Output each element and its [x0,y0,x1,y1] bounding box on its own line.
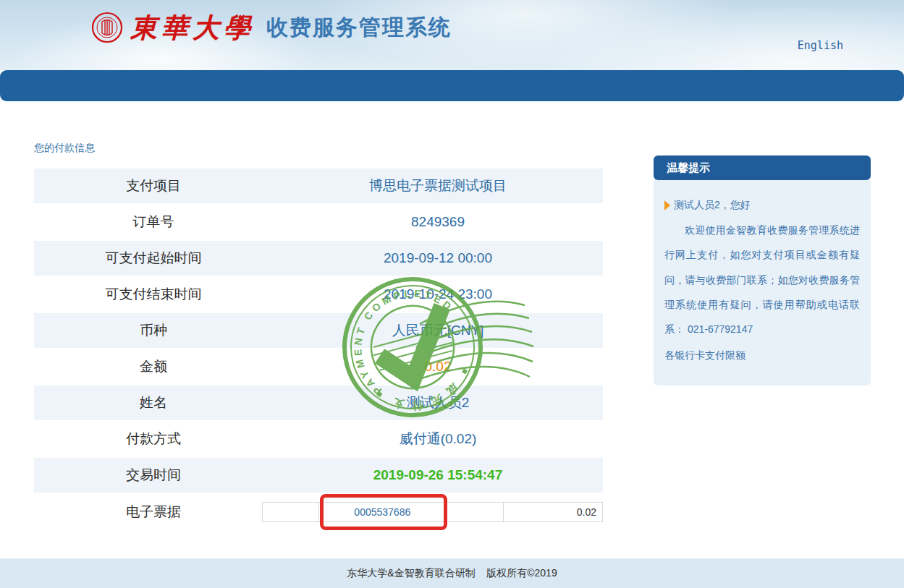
row-label: 可支付起始时间 [34,249,273,268]
row-label: 交易时间 [34,466,273,485]
row-label: 金额 [34,357,273,376]
transaction-time-value: 2019-09-26 15:54:47 [273,467,603,483]
row-label: 付款方式 [34,430,273,448]
english-language-link[interactable]: English [798,39,843,52]
tips-body: 测试人员2，您好 欢迎使用金智教育收费服务管理系统进行网上支付，如您对支付项目或… [654,180,871,385]
tips-header: 温馨提示 [654,155,871,180]
university-seal-icon [91,12,123,43]
invoice-number[interactable]: 0005537686 [319,503,447,521]
welcome-message: 欢迎使用金智教育收费服务管理系统进行网上支付，如您对支付项目或金额有疑问，请与收… [664,218,860,341]
logo-group: 東華大學 收费服务管理系统 [91,12,452,43]
table-row: 支付项目 博思电子票据测试项目 [34,169,603,205]
tips-sidebar: 温馨提示 测试人员2，您好 欢迎使用金智教育收费服务管理系统进行网上支付，如您对… [654,155,871,385]
table-row: 姓名 测试人员2 [34,385,603,422]
row-label: 支付项目 [34,176,273,195]
row-value: 人民币元[CNY] [273,321,603,340]
row-value: 威付通(0.02) [273,430,603,448]
system-title: 收费服务管理系统 [266,12,452,43]
payment-info-table: 支付项目 博思电子票据测试项目 订单号 8249369 可支付起始时间 2019… [34,169,603,530]
row-value: 博思电子票据测试项目 [273,176,603,195]
row-label: 姓名 [34,393,273,412]
row-label: 可支付结束时间 [34,285,273,304]
row-value: 2019-10-24 23:00 [273,286,603,302]
table-row: 交易时间 2019-09-26 15:54:47 [34,458,603,494]
table-row: 可支付结束时间 2019-10-24 23:00 [34,277,603,313]
payment-info-title: 您的付款信息 [34,142,95,155]
greeting-text: 测试人员2，您好 [674,199,751,212]
row-value: 2019-09-12 00:00 [273,250,603,266]
university-name: 東華大學 [130,12,255,43]
invoice-amount: 0.02 [504,503,602,521]
row-label: 电子票据 [34,503,273,521]
table-row: 付款方式 威付通(0.02) [34,422,603,458]
row-label: 币种 [34,321,273,340]
invoice-table: 0005537686 0.02 [262,502,603,522]
table-row: 金额 0.02 [34,349,603,385]
copyright-text: 东华大学&金智教育联合研制 版权所有©2019 [347,567,557,580]
main-content: 您的付款信息 支付项目 博思电子票据测试项目 订单号 8249369 可支付起始… [0,101,904,558]
amount-value: 0.02 [273,359,603,375]
row-value: 测试人员2 [273,393,603,412]
table-row: 可支付起始时间 2019-09-12 00:00 [34,241,603,277]
bank-card-limit-link[interactable]: 各银行卡支付限额 [664,344,745,367]
footer: 东华大学&金智教育联合研制 版权所有©2019 [0,558,904,588]
header-banner: 東華大學 收费服务管理系统 English [0,0,904,70]
invoice-cell-empty [447,503,504,521]
invoice-row: 电子票据 0005537686 0.02 [34,494,603,530]
arrow-right-icon [664,200,670,210]
navigation-bar [0,70,904,101]
table-row: 订单号 8249369 [34,205,603,241]
table-row: 币种 人民币元[CNY] [34,313,603,349]
user-greeting: 测试人员2，您好 [664,199,860,212]
row-value: 8249369 [273,214,603,230]
invoice-cell-empty [263,503,319,521]
row-label: 订单号 [34,213,273,231]
